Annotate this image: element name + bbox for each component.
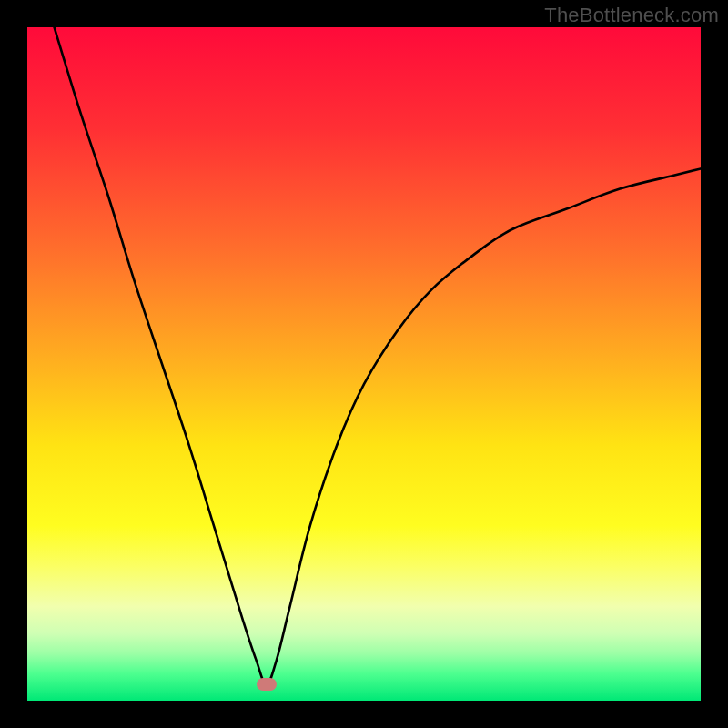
- chart-frame: TheBottleneck.com: [0, 0, 728, 728]
- plot-area: [27, 27, 701, 701]
- optimum-marker: [257, 678, 277, 691]
- watermark-text: TheBottleneck.com: [544, 4, 719, 27]
- bottleneck-curve: [27, 27, 701, 701]
